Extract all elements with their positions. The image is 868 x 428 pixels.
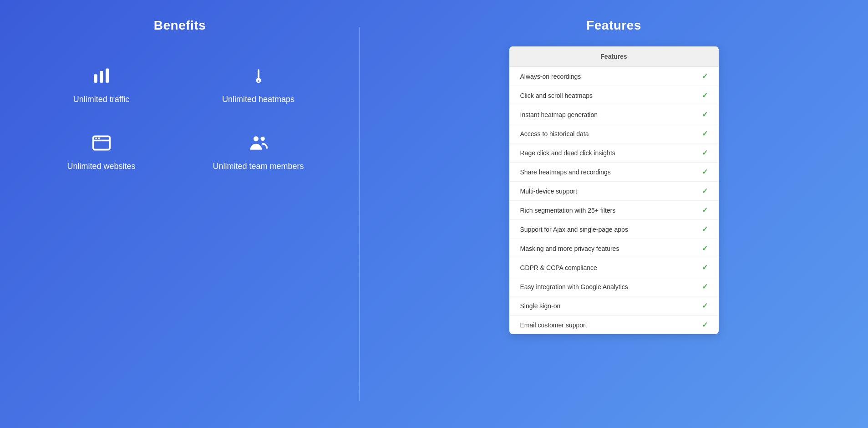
thermometer-icon: [247, 65, 270, 87]
feature-name: Email customer support: [520, 321, 587, 329]
check-icon: ✓: [702, 244, 708, 253]
feature-name: Easy integration with Google Analytics: [520, 283, 628, 290]
feature-row: Support for Ajax and single-page apps✓: [509, 220, 719, 239]
svg-rect-1: [100, 71, 103, 83]
check-icon: ✓: [702, 91, 708, 100]
feature-name: Masking and more privacy features: [520, 245, 619, 252]
check-icon: ✓: [702, 225, 708, 234]
features-list: Always-on recordings✓Click and scroll he…: [509, 67, 719, 334]
svg-rect-3: [258, 70, 259, 77]
feature-name: Single sign-on: [520, 302, 561, 310]
feature-name: Rich segmentation with 25+ filters: [520, 207, 616, 214]
feature-row: Single sign-on✓: [509, 296, 719, 316]
feature-row: Always-on recordings✓: [509, 67, 719, 86]
feature-name: Multi-device support: [520, 188, 577, 195]
benefits-panel: Benefits Unlimited traffic Unlimited he: [0, 0, 360, 428]
check-icon: ✓: [702, 263, 708, 272]
feature-row: Rich segmentation with 25+ filters✓: [509, 201, 719, 220]
feature-name: Always-on recordings: [520, 73, 581, 80]
feature-row: Multi-device support✓: [509, 182, 719, 201]
feature-row: Email customer support✓: [509, 316, 719, 334]
features-card-header: Features: [509, 46, 719, 67]
feature-row: Access to historical data✓: [509, 124, 719, 143]
feature-name: Support for Ajax and single-page apps: [520, 226, 628, 233]
feature-name: Instant heatmap generation: [520, 111, 598, 118]
bar-chart-icon: [90, 65, 113, 87]
features-panel: Features Features Always-on recordings✓C…: [360, 0, 868, 428]
check-icon: ✓: [702, 321, 708, 329]
benefit-team-label: Unlimited team members: [213, 162, 304, 171]
svg-point-7: [98, 138, 100, 139]
feature-name: Share heatmaps and recordings: [520, 168, 611, 176]
benefit-websites-label: Unlimited websites: [67, 162, 135, 171]
feature-row: Easy integration with Google Analytics✓: [509, 277, 719, 296]
feature-row: Instant heatmap generation✓: [509, 105, 719, 124]
feature-row: Masking and more privacy features✓: [509, 239, 719, 258]
features-title: Features: [387, 18, 841, 33]
check-icon: ✓: [702, 148, 708, 157]
svg-point-8: [254, 136, 259, 141]
check-icon: ✓: [702, 168, 708, 176]
feature-name: GDPR & CCPA compliance: [520, 264, 597, 271]
benefit-heatmaps: Unlimited heatmaps: [189, 65, 328, 104]
benefit-traffic: Unlimited traffic: [32, 65, 171, 104]
feature-name: Rage click and dead click insights: [520, 149, 615, 157]
feature-name: Click and scroll heatmaps: [520, 92, 593, 99]
svg-rect-2: [106, 69, 109, 83]
check-icon: ✓: [702, 72, 708, 81]
features-card: Features Always-on recordings✓Click and …: [509, 46, 719, 334]
check-icon: ✓: [702, 110, 708, 119]
check-icon: ✓: [702, 301, 708, 310]
check-icon: ✓: [702, 206, 708, 214]
feature-row: GDPR & CCPA compliance✓: [509, 258, 719, 277]
svg-point-6: [95, 138, 97, 139]
check-icon: ✓: [702, 187, 708, 195]
feature-row: Rage click and dead click insights✓: [509, 143, 719, 163]
check-icon: ✓: [702, 282, 708, 291]
check-icon: ✓: [702, 129, 708, 138]
team-icon: [247, 132, 270, 154]
feature-name: Access to historical data: [520, 130, 589, 138]
benefits-grid: Unlimited traffic Unlimited heatmaps: [32, 65, 328, 171]
benefit-team: Unlimited team members: [189, 132, 328, 171]
svg-point-9: [260, 137, 264, 141]
feature-row: Click and scroll heatmaps✓: [509, 86, 719, 105]
benefit-heatmaps-label: Unlimited heatmaps: [222, 95, 294, 104]
feature-row: Share heatmaps and recordings✓: [509, 163, 719, 182]
benefit-websites: Unlimited websites: [32, 132, 171, 171]
benefit-traffic-label: Unlimited traffic: [73, 95, 130, 104]
browser-icon: [90, 132, 113, 154]
benefits-title: Benefits: [154, 18, 206, 33]
svg-rect-0: [94, 74, 97, 82]
